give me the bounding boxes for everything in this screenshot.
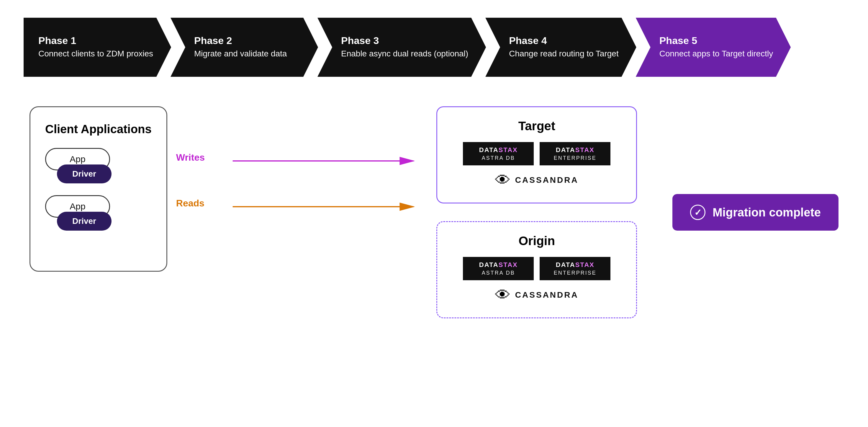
phases-bar: Phase 1 Connect clients to ZDM proxies P…	[0, 0, 868, 89]
target-cassandra: 👁 CASSANDRA	[452, 172, 621, 188]
migration-complete-label: Migration complete	[713, 206, 821, 219]
phase-2-number: Phase 2	[194, 35, 300, 46]
phase-1-arrow: Phase 1 Connect clients to ZDM proxies	[24, 18, 171, 77]
phase-2-description: Migrate and validate data	[194, 48, 300, 59]
phase-5-description: Connect apps to Target directly	[659, 48, 773, 59]
driver-pill-1: Driver	[57, 165, 112, 183]
target-cassandra-label: CASSANDRA	[515, 175, 579, 185]
app-driver-group-1: App Driver	[45, 148, 112, 183]
origin-title: Origin	[452, 234, 621, 248]
origin-box: Origin DATASTAX ASTRA DB DATASTAX ENTERP…	[436, 221, 637, 318]
phase-4-number: Phase 4	[509, 35, 619, 46]
origin-cassandra: 👁 CASSANDRA	[452, 287, 621, 303]
migration-complete-badge: ✓ Migration complete	[672, 194, 838, 231]
diagram-area: Client Applications App Driver App Drive…	[0, 89, 868, 336]
target-astra-tile: DATASTAX ASTRA DB	[463, 142, 534, 165]
origin-cassandra-eye-icon: 👁	[495, 287, 510, 303]
origin-astra-tile: DATASTAX ASTRA DB	[463, 257, 534, 280]
client-box-title: Client Applications	[45, 122, 152, 136]
target-box: Target DATASTAX ASTRA DB DATASTAX ENTERP…	[436, 106, 637, 203]
origin-datastax-row: DATASTAX ASTRA DB DATASTAX ENTERPRISE	[452, 257, 621, 280]
databases-column: Target DATASTAX ASTRA DB DATASTAX ENTERP…	[436, 106, 637, 318]
target-enterprise-tile: DATASTAX ENTERPRISE	[539, 142, 611, 165]
phase-3-number: Phase 3	[341, 35, 468, 46]
phase-4-arrow: Phase 4 Change read routing to Target	[485, 18, 637, 77]
check-circle-icon: ✓	[690, 205, 706, 220]
connection-arrows	[167, 106, 437, 272]
phase-3-description: Enable async dual reads (optional)	[341, 48, 468, 59]
phase-2-arrow: Phase 2 Migrate and validate data	[170, 18, 318, 77]
target-datastax-row: DATASTAX ASTRA DB DATASTAX ENTERPRISE	[452, 142, 621, 165]
phase-5-arrow: Phase 5 Connect apps to Target directly	[636, 18, 791, 77]
app-driver-group-2: App Driver	[45, 195, 112, 231]
target-title: Target	[452, 119, 621, 133]
phase-5-number: Phase 5	[659, 35, 773, 46]
phase-3-arrow: Phase 3 Enable async dual reads (optiona…	[317, 18, 486, 77]
cassandra-eye-icon: 👁	[495, 172, 510, 188]
phase-1-number: Phase 1	[38, 35, 153, 46]
phase-1-description: Connect clients to ZDM proxies	[38, 48, 153, 59]
driver-pill-2: Driver	[57, 212, 112, 231]
origin-cassandra-label: CASSANDRA	[515, 290, 579, 300]
origin-enterprise-tile: DATASTAX ENTERPRISE	[539, 257, 611, 280]
phase-4-description: Change read routing to Target	[509, 48, 619, 59]
client-applications-box: Client Applications App Driver App Drive…	[30, 106, 167, 272]
